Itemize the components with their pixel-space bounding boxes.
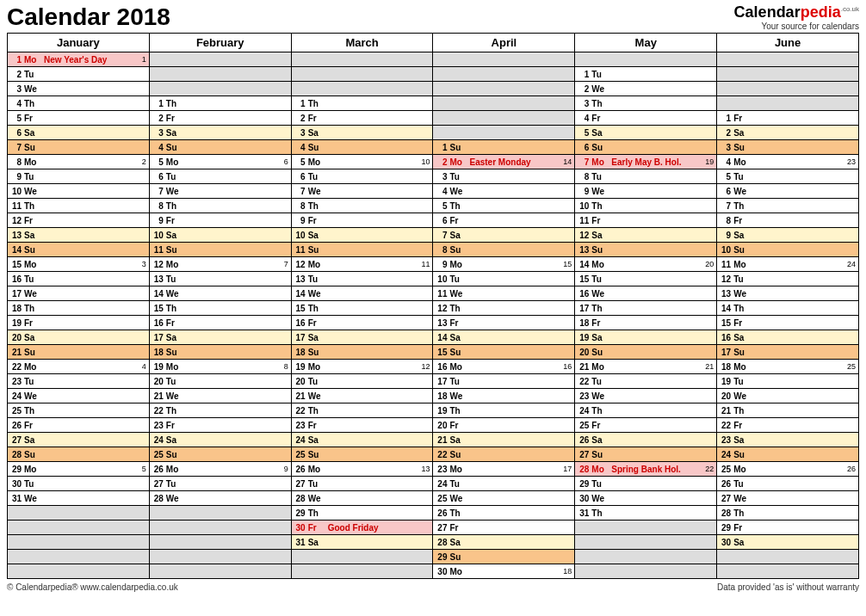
day-number: 14 [575, 260, 591, 269]
day-cell [433, 111, 575, 126]
day-cell: 19Fr [8, 316, 150, 330]
day-of-week: Sa [23, 435, 42, 445]
week-number: 2 [135, 157, 149, 166]
day-of-week: Th [165, 406, 184, 416]
day-of-week: Tu [23, 172, 42, 182]
day-of-week: Th [307, 508, 326, 518]
day-number: 2 [150, 114, 165, 123]
day-number: 9 [292, 216, 307, 225]
day-of-week: Th [23, 201, 42, 211]
day-number: 16 [150, 318, 165, 328]
day-cell: 7Sa [433, 228, 575, 243]
day-of-week: Fr [591, 114, 609, 123]
day-cell: 10Th [575, 199, 717, 213]
day-of-week: Sa [591, 333, 609, 342]
day-of-week: Th [165, 201, 184, 211]
day-of-week: Tu [448, 377, 467, 386]
day-number: 22 [717, 421, 733, 430]
calendar-row: 21Su18Su18Su15Su20Su17Su [8, 345, 859, 360]
day-number: 31 [575, 508, 591, 518]
day-cell: 15Tu [575, 272, 717, 286]
day-cell: 5Mo10 [291, 155, 433, 169]
day-of-week: Fr [165, 318, 184, 328]
day-of-week: We [307, 391, 326, 401]
day-number: 6 [150, 172, 165, 182]
day-cell: 8Tu [575, 169, 717, 184]
day-cell: 15Th [291, 301, 433, 316]
day-cell: 19Mo8 [149, 360, 291, 374]
day-of-week: Tu [448, 479, 467, 489]
day-of-week: Fr [307, 523, 326, 533]
day-number: 28 [433, 538, 448, 547]
week-number: 10 [418, 157, 432, 166]
day-of-week: Fr [165, 421, 184, 430]
day-number: 25 [575, 421, 591, 430]
day-cell: 6Fr [433, 213, 575, 228]
day-number: 30 [433, 567, 448, 576]
day-cell: 7MoEarly May B. Hol.19 [575, 155, 717, 169]
day-cell: 23Tu [8, 374, 150, 389]
day-of-week: Fr [23, 421, 42, 430]
day-number: 25 [8, 406, 23, 416]
day-of-week: Sa [23, 128, 42, 138]
day-of-week: Tu [448, 172, 467, 182]
day-number: 12 [8, 216, 23, 225]
day-cell: 1MoNew Year's Day1 [8, 52, 150, 67]
day-of-week: Sa [733, 333, 752, 342]
day-cell: 12Mo11 [291, 257, 433, 272]
day-of-week: Sa [165, 128, 184, 138]
day-number: 11 [433, 289, 448, 299]
day-number: 19 [575, 333, 591, 342]
day-of-week: Mo [448, 362, 467, 372]
day-cell: 14We [291, 286, 433, 301]
day-cell: 23Fr [149, 418, 291, 433]
day-number: 25 [292, 450, 307, 459]
day-cell: 2Fr [291, 111, 433, 126]
day-number: 26 [717, 479, 733, 489]
day-number: 2 [575, 84, 591, 94]
day-cell: 15Th [149, 301, 291, 316]
day-cell [149, 521, 291, 535]
day-cell [8, 521, 150, 535]
day-cell: 9Sa [717, 228, 859, 243]
day-cell: 6Su [575, 140, 717, 155]
day-number: 16 [575, 289, 591, 299]
day-number: 5 [575, 128, 591, 138]
calendar-row: 2Tu1Tu [8, 67, 859, 82]
day-of-week: Fr [591, 421, 609, 430]
day-of-week: Mo [23, 260, 42, 269]
day-of-week: Mo [733, 260, 752, 269]
day-number: 17 [433, 377, 448, 386]
day-number: 18 [8, 304, 23, 313]
day-cell: 8Fr [717, 213, 859, 228]
day-cell [149, 52, 291, 67]
week-number: 18 [560, 567, 574, 576]
day-of-week: Su [165, 143, 184, 152]
day-cell: 10Tu [433, 272, 575, 286]
day-of-week: Sa [591, 435, 609, 445]
day-of-week: We [733, 391, 752, 401]
day-cell [717, 52, 859, 67]
month-header: June [717, 34, 859, 52]
day-cell: 22Tu [575, 374, 717, 389]
day-of-week: Mo [448, 260, 467, 269]
day-number: 4 [433, 187, 448, 196]
week-number: 3 [135, 260, 149, 268]
day-of-week: Tu [307, 377, 326, 386]
calendar-row: 30Tu27Tu27Tu24Tu29Tu26Tu [8, 477, 859, 491]
calendar-row: 17We14We14We11We16We13We [8, 286, 859, 301]
day-cell: 8Th [291, 199, 433, 213]
day-cell: 21Sa [433, 433, 575, 447]
day-cell: 3We [8, 82, 150, 96]
day-of-week: Th [591, 406, 609, 416]
day-number: 28 [8, 450, 23, 459]
week-number: 14 [560, 157, 574, 166]
day-of-week: We [591, 84, 609, 94]
day-number: 5 [150, 157, 165, 167]
day-cell: 23We [575, 389, 717, 403]
day-cell: 18Th [8, 301, 150, 316]
day-cell: 7We [291, 184, 433, 199]
day-cell [8, 550, 150, 564]
day-cell [149, 82, 291, 96]
calendar-row: 29Mo526Mo926Mo1323Mo1728MoSpring Bank Ho… [8, 462, 859, 477]
